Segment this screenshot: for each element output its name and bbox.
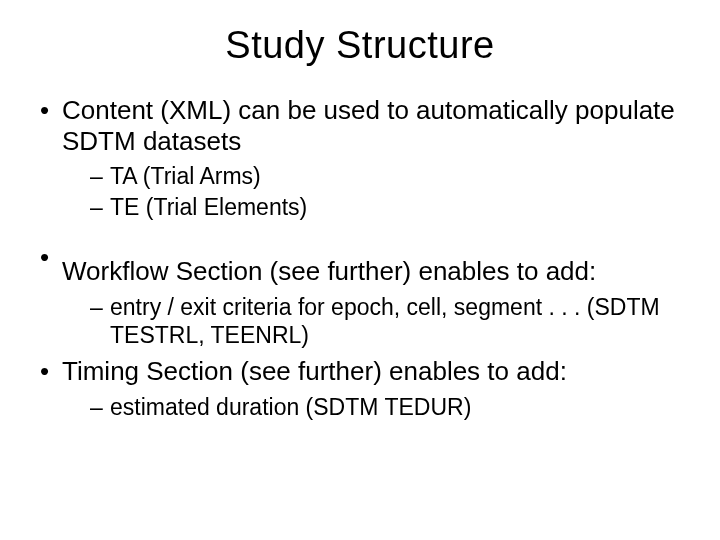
sub-bullet-item: TA (Trial Arms)	[90, 162, 682, 191]
sub-bullet-list: entry / exit criteria for epoch, cell, s…	[62, 293, 682, 351]
slide: Study Structure Content (XML) can be use…	[0, 0, 720, 540]
bullet-text: Timing Section (see further) enables to …	[62, 356, 567, 386]
bullet-item: Content (XML) can be used to automatical…	[38, 95, 682, 222]
sub-bullet-list: estimated duration (SDTM TEDUR)	[62, 393, 682, 422]
sub-bullet-item: entry / exit criteria for epoch, cell, s…	[90, 293, 682, 351]
bullet-item: Workflow Section (see further) enables t…	[38, 242, 682, 350]
slide-title: Study Structure	[38, 24, 682, 67]
bullet-text: Content (XML) can be used to automatical…	[62, 95, 675, 156]
sub-bullet-list: TA (Trial Arms) TE (Trial Elements)	[62, 162, 682, 222]
sub-bullet-item: estimated duration (SDTM TEDUR)	[90, 393, 682, 422]
bullet-list: Content (XML) can be used to automatical…	[38, 95, 682, 421]
sub-bullet-item: TE (Trial Elements)	[90, 193, 682, 222]
bullet-text: Workflow Section (see further) enables t…	[62, 256, 596, 286]
spacer	[62, 242, 682, 256]
bullet-item: Timing Section (see further) enables to …	[38, 356, 682, 421]
